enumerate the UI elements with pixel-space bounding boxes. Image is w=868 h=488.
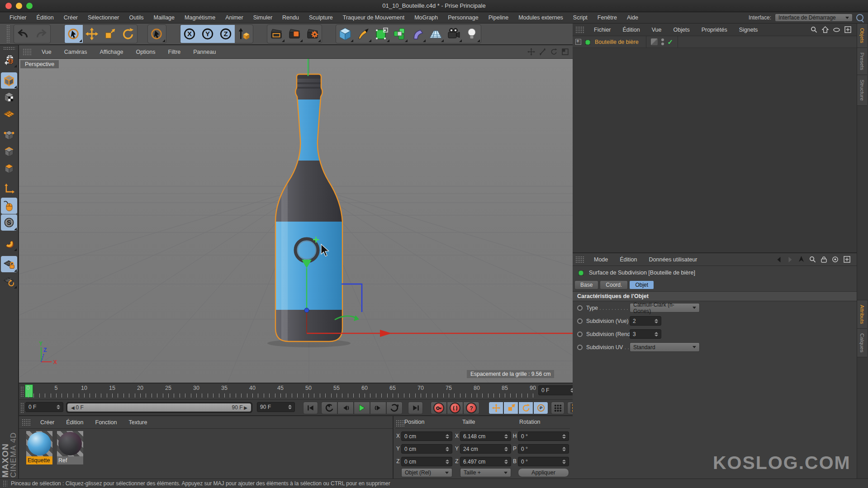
transport-drag-handle[interactable] [20,403,24,413]
attribute-tab[interactable]: Base [574,280,598,289]
live-selection-tool[interactable] [65,25,83,43]
search-icon[interactable] [811,26,817,33]
menu-item[interactable]: Édition [32,14,59,21]
keyframe-radio-icon[interactable] [577,332,583,337]
position-z-field[interactable]: 0 cm [401,457,452,466]
attribute-spinner-field[interactable]: 3 [630,329,661,339]
attribute-menu-item[interactable]: Mode [588,256,614,263]
object-manager-menu-item[interactable]: Édition [617,27,646,33]
menu-item[interactable]: Modules externes [513,14,568,21]
search-icon[interactable] [856,14,863,21]
timeline-range-slider[interactable]: ◀ 0 F 90 F ▶ [66,402,252,413]
material-menu-item[interactable]: Texture [123,419,153,426]
rotation-b-field[interactable]: 0 ° [518,457,569,466]
move-tool[interactable] [83,25,101,43]
viewport-menu-item[interactable]: Affichage [94,49,130,55]
play-button[interactable] [354,402,370,414]
object-manager-menu-item[interactable]: Fichier [588,27,617,33]
menu-item[interactable]: Outils [124,14,149,21]
prev-key-button[interactable] [321,402,337,414]
position-y-field[interactable]: 0 cm [401,444,452,454]
material-menu-item[interactable]: Édition [60,419,89,426]
record-scale-button[interactable] [503,402,518,414]
object-manager-menu-item[interactable]: Objets [668,27,696,33]
menu-item[interactable]: Sculpture [304,14,338,21]
target-icon[interactable] [832,256,839,263]
side-tab[interactable]: Attributs [857,300,867,329]
keyframe-radio-icon[interactable] [577,318,583,324]
home-icon[interactable] [822,26,829,33]
side-tab[interactable]: Presets [857,48,867,75]
attribute-tab[interactable]: Coord. [600,280,628,289]
viewport-canvas[interactable]: Y X Z Perspective Espacement de la grill… [19,59,573,384]
rotate-view-icon[interactable] [550,48,558,56]
render-picture-viewer-button[interactable] [285,25,304,43]
menu-item[interactable]: Fenêtre [593,14,622,21]
axis-mode-button[interactable] [1,181,17,197]
next-key-button[interactable] [386,402,403,414]
search-icon[interactable] [809,256,816,263]
add-spline-button[interactable] [354,25,372,43]
menu-item[interactable]: Script [568,14,593,21]
enabled-check-icon[interactable]: ✓ [668,38,674,46]
material-thumbnail[interactable] [26,431,52,456]
expand-children-icon[interactable] [575,39,581,45]
rotate-tool[interactable] [119,25,137,43]
viewport-menu-item[interactable]: Options [129,49,161,55]
add-light-button[interactable] [463,25,481,43]
scale-tool[interactable] [101,25,119,43]
material-etiquette[interactable]: Etiquette [26,431,52,464]
history-back-icon[interactable] [776,256,782,263]
material-menu-item[interactable]: Créer [34,419,60,426]
texture-mode-button[interactable] [1,89,17,105]
pick-cursor-icon[interactable] [798,256,804,263]
add-panel-icon[interactable] [844,256,850,263]
viewport-drag-handle[interactable] [23,48,32,56]
add-generator-button[interactable] [390,25,408,43]
frame-start-field[interactable]: 0 F [25,402,63,412]
menu-item[interactable]: Rendu [277,14,304,21]
menu-item[interactable]: Créer [59,14,83,21]
prev-frame-button[interactable] [337,402,354,414]
menu-item[interactable]: Personnage [443,14,483,21]
palette-drag-handle[interactable] [3,47,15,50]
lock-y-axis-button[interactable]: Y [199,25,217,43]
next-frame-button[interactable] [370,402,386,414]
menu-item[interactable]: Magnétisme [180,14,220,21]
last-used-tool[interactable] [148,25,166,43]
coordinate-system-button[interactable] [235,25,253,43]
size-mode-dropdown[interactable]: Taille + [460,468,511,477]
menu-item[interactable]: Aide [622,14,643,21]
attribute-manager-drag-handle[interactable] [575,256,584,263]
material-menu-item[interactable]: Fonction [90,419,123,426]
zoom-view-icon[interactable] [539,48,546,56]
size-x-field[interactable]: 6.148 cm [460,431,511,441]
layer-toggle-icon[interactable] [651,38,658,45]
size-y-field[interactable]: 24 cm [460,444,511,454]
points-mode-button[interactable] [1,127,17,143]
menu-item[interactable]: Maillage [148,14,180,21]
record-rotation-button[interactable] [518,402,533,414]
lock-x-axis-button[interactable]: X [180,25,199,43]
add-environment-button[interactable] [427,25,445,43]
rotation-h-field[interactable]: 0 ° [518,431,569,441]
material-name[interactable]: Etiquette [26,456,52,464]
record-keyframe-button[interactable] [431,402,447,414]
viewport-menu-item[interactable]: Filtre [162,49,187,55]
attribute-menu-item[interactable]: Édition [614,256,643,263]
menu-item[interactable]: Fichier [5,14,32,21]
camera-label[interactable]: Perspective [20,60,59,68]
filter-icon[interactable] [833,28,840,32]
snap-mode-button[interactable]: S [1,214,17,231]
object-row-bouteille[interactable]: Bouteille de bière ✓ [573,36,857,48]
menu-item[interactable]: Simuler [248,14,277,21]
material-ref[interactable]: Ref [57,431,83,464]
attribute-menu-item[interactable]: Données utilisateur [643,256,703,263]
lock-icon[interactable] [821,256,827,263]
attribute-spinner-field[interactable]: 2 [630,316,661,326]
position-x-field[interactable]: 0 cm [401,431,452,441]
coordinate-mode-dropdown[interactable]: Objet (Rel) [401,468,452,477]
workplane-mode-button[interactable] [1,106,17,122]
object-manager-menu-item[interactable]: Vue [646,27,668,33]
menu-item[interactable]: Pipeline [484,14,513,21]
